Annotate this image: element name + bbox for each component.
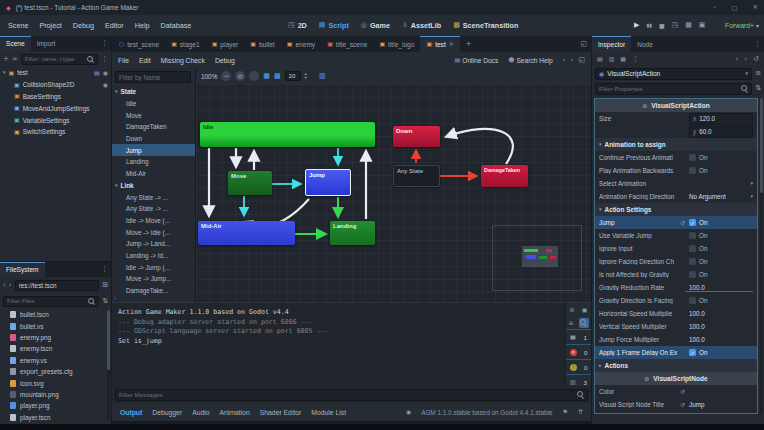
snap-toggle-icon[interactable]: ▦ <box>263 73 270 80</box>
file-row[interactable]: export_presets.cfg <box>0 366 111 377</box>
scrollbar[interactable] <box>760 98 763 414</box>
editor-messages-filter-icon[interactable]: ▥ <box>570 379 576 385</box>
node-section-header[interactable]: ⊙ VisualScriptNode <box>595 372 757 385</box>
graph-canvas[interactable]: Idle Down Move Jump Any State DamageTake… <box>196 84 591 302</box>
expand-icon[interactable]: ▾ <box>3 70 6 75</box>
menu-edit[interactable]: Edit <box>139 57 151 64</box>
search-help-button[interactable]: ☻ Search Help <box>508 57 553 64</box>
member-link[interactable]: DamageTake... <box>112 285 195 297</box>
state-node-idle[interactable]: Idle <box>200 122 375 147</box>
filter-files-input[interactable]: Filter Files <box>3 296 99 307</box>
eye-icon[interactable]: ◉ <box>103 70 108 76</box>
section-action-settings[interactable]: ▾ Action Settings <box>595 203 757 216</box>
scene-tab[interactable]: ▣title_logo <box>373 36 420 52</box>
dock-menu-icon[interactable]: ⋮ <box>751 36 764 52</box>
member-link[interactable]: Move -> Idle (... <box>112 226 195 238</box>
tab-import[interactable]: Import <box>31 36 62 51</box>
scrollbar-thumb[interactable] <box>760 98 763 193</box>
state-node-midair[interactable]: Mid-Air <box>198 221 295 245</box>
minimize-button[interactable]: – <box>713 4 717 11</box>
member-link[interactable]: Jump -> Land... <box>112 238 195 250</box>
file-row[interactable]: enemy.tscn <box>0 343 111 354</box>
state-node-move[interactable]: Move <box>228 171 272 195</box>
state-node-damagetaken[interactable]: DamageTaken <box>481 165 528 187</box>
size-y-input[interactable]: y60.0 <box>689 126 753 138</box>
member-state[interactable]: Landing <box>112 156 195 168</box>
checkbox[interactable] <box>689 154 696 161</box>
section-animation-to-assign[interactable]: ▾ Animation to assign <box>595 138 757 151</box>
history-back-icon[interactable]: ‹ <box>563 57 566 64</box>
member-state[interactable]: Mid-Air <box>112 168 195 180</box>
file-row[interactable]: icon.svg <box>0 377 111 388</box>
float-script-icon[interactable]: ◱ <box>578 57 585 64</box>
member-link[interactable]: Idle -> Move (... <box>112 215 195 227</box>
menu-file[interactable]: File <box>118 57 129 64</box>
animation-dropdown[interactable]: ▾ <box>685 181 753 186</box>
scene-filter-input[interactable]: Filter: name, t:type <box>21 54 98 65</box>
expand-all-icon[interactable]: ⇅ <box>755 85 761 92</box>
checkbox[interactable] <box>689 258 696 265</box>
scrollbar-thumb[interactable] <box>107 310 110 370</box>
object-history-icon[interactable]: ↺ <box>753 56 759 63</box>
minimap-toggle-icon[interactable]: ▥ <box>319 73 326 80</box>
nav-back-icon[interactable]: ‹ <box>3 282 6 289</box>
graph-minimap[interactable] <box>522 246 558 267</box>
member-state[interactable]: DamageTaken <box>112 121 195 133</box>
revert-icon[interactable]: ↺ <box>680 389 685 395</box>
checkbox[interactable] <box>689 271 696 278</box>
snap-distance-input[interactable] <box>285 71 301 81</box>
number-field[interactable]: 100.0 <box>685 323 753 330</box>
expand-editor-icon[interactable]: ◱ <box>575 36 592 52</box>
tree-row-variablesettings[interactable]: ▣ VariableSettings <box>0 114 111 126</box>
tab-inspector[interactable]: Inspector <box>592 36 631 52</box>
play-button[interactable]: ▶ <box>634 22 639 29</box>
pin-panel-icon[interactable]: ⚑ <box>563 409 568 415</box>
file-row[interactable]: bullet.vs <box>0 320 111 331</box>
checkbox[interactable] <box>689 167 696 174</box>
file-row[interactable]: mountain.png <box>0 389 111 400</box>
zoom-in-button[interactable] <box>249 71 259 81</box>
pause-button[interactable]: ▮▮ <box>646 23 652 28</box>
tree-row-test[interactable]: ▾ ▣ test ▤ ◉ <box>0 67 111 79</box>
member-link[interactable]: Any State -> ... <box>112 191 195 203</box>
warnings-filter-icon[interactable]: ! <box>570 364 577 371</box>
resource-extra-icon[interactable]: ≡ <box>755 70 761 77</box>
resource-section-header[interactable]: ⊙ VisualScriptAction <box>595 99 757 112</box>
new-resource-icon[interactable]: ▤ <box>597 56 603 62</box>
dock-menu-icon[interactable]: ⋮ <box>98 262 111 277</box>
member-state[interactable]: Move <box>112 109 195 121</box>
scene-tab-active[interactable]: ▣test× <box>420 36 459 52</box>
scene-tab[interactable]: ▣player <box>206 36 245 52</box>
search-output-button[interactable] <box>579 318 589 328</box>
tree-row-collisionshape[interactable]: ▣ CollisionShape2D ◉ <box>0 79 111 91</box>
member-state-selected[interactable]: Jump <box>112 144 195 156</box>
resource-options-icon[interactable]: ⋮ <box>632 56 639 63</box>
resource-picker[interactable]: ◉ VisualScriptAction ▾ <box>595 68 752 80</box>
checkbox[interactable] <box>689 297 696 304</box>
sort-files-icon[interactable]: ⇅ <box>102 298 108 305</box>
scene-tab[interactable]: ▣bullet <box>244 36 280 52</box>
scene-tab[interactable]: ▣title_scene <box>321 36 373 52</box>
scene-tab[interactable]: ▣stage1 <box>165 36 205 52</box>
tab-filesystem[interactable]: FileSystem <box>0 262 45 277</box>
link-group-header[interactable]: ▾ Link <box>112 180 195 192</box>
file-row[interactable]: player.png <box>0 400 111 411</box>
menu-script-debug[interactable]: Debug <box>215 57 235 64</box>
history-back-icon[interactable]: ‹ <box>736 56 739 63</box>
member-link[interactable]: Any State -> ... <box>112 203 195 215</box>
menu-project[interactable]: Project <box>39 21 61 30</box>
current-path-input[interactable] <box>15 280 100 291</box>
load-resource-icon[interactable]: ▥ <box>609 56 615 62</box>
maximize-button[interactable]: □ <box>731 5 737 11</box>
movie-writer-icon[interactable]: ▦ <box>685 22 692 29</box>
online-docs-button[interactable]: ▤ Online Docs <box>455 57 499 64</box>
remote-debug-icon[interactable]: ◳ <box>672 22 679 29</box>
checkbox-checked[interactable]: ✓ <box>689 349 696 356</box>
bottom-tab-animation[interactable]: Animation <box>220 409 250 416</box>
scene-tab[interactable]: ▣enemy <box>281 36 321 52</box>
filter-messages-input[interactable]: Filter Messages <box>115 389 588 401</box>
messages-filter-icon[interactable]: ▤ <box>570 334 576 340</box>
tree-row-switchsettings[interactable]: ▣ SwitchSettings <box>0 126 111 138</box>
menu-missing-check[interactable]: Missing Check <box>161 57 205 64</box>
bottom-tab-shader-editor[interactable]: Shader Editor <box>260 409 302 416</box>
